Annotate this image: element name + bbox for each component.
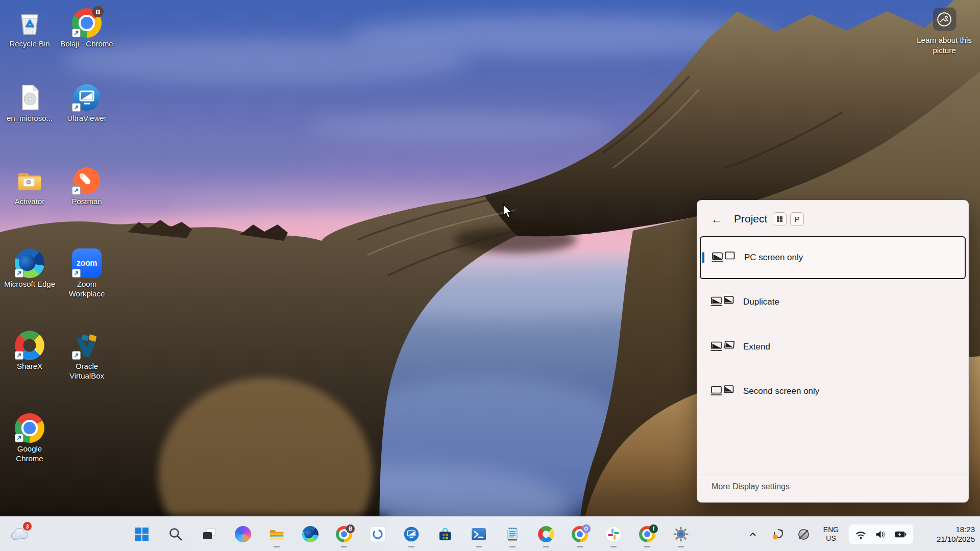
profile-badge: f xyxy=(649,524,658,533)
desktop-icon-label: en_microso... xyxy=(3,114,56,123)
search-icon xyxy=(167,526,184,542)
notepad-icon xyxy=(504,526,521,542)
desktop-icon-recycle-bin[interactable]: Recycle Bin xyxy=(3,8,56,49)
taskbar-weather-widget[interactable]: 3 xyxy=(8,524,33,544)
more-display-settings-link[interactable]: More Display settings xyxy=(712,482,790,491)
sync-icon xyxy=(772,528,785,541)
desktop-icon-oracle-virtualbox[interactable]: Oracle VirtualBox xyxy=(60,331,113,381)
option-label: Duplicate xyxy=(743,297,779,307)
recycle-bin-icon xyxy=(15,8,44,38)
settings-gear-icon xyxy=(673,526,689,542)
desktop-icon-label: Oracle VirtualBox xyxy=(60,362,113,381)
taskbar-item-chrome-profile-f[interactable]: f xyxy=(636,524,658,544)
virtualbox-icon xyxy=(72,331,102,360)
desktop-icon-label: Bolaji - Chrome xyxy=(60,39,113,49)
language-code: ENG xyxy=(823,525,839,535)
mouse-cursor xyxy=(502,204,514,219)
project-flyout-panel: ← Project P PC screen only xyxy=(697,200,969,503)
desktop-icon-ultraviewer[interactable]: UltraViewer xyxy=(60,83,113,123)
project-option-pc-screen-only[interactable]: PC screen only xyxy=(700,236,966,279)
desktop-icon-label: Activator xyxy=(3,197,56,207)
tray-hidden-icons-chevron[interactable] xyxy=(745,524,761,544)
chrome-icon xyxy=(15,413,44,443)
slack-icon xyxy=(605,526,622,542)
taskbar-item-chrome-bolaji[interactable]: B xyxy=(333,524,355,544)
taskbar-item-notepad[interactable] xyxy=(501,524,524,544)
tray-date: 21/10/2025 xyxy=(937,534,975,544)
taskbar-item-copilot[interactable] xyxy=(232,524,254,544)
taskbar-item-ultraviewer[interactable] xyxy=(400,524,423,544)
taskbar-item-file-explorer[interactable] xyxy=(265,524,288,544)
taskbar-item-edge[interactable] xyxy=(299,524,322,544)
shortcut-arrow-icon xyxy=(15,434,23,442)
running-indicator xyxy=(678,546,684,548)
tray-offline-status[interactable] xyxy=(794,524,813,544)
tray-system-icons[interactable] xyxy=(848,524,914,544)
option-label: Extend xyxy=(743,342,770,352)
taskbar-item-sharex[interactable] xyxy=(535,524,557,544)
back-arrow-icon[interactable]: ← xyxy=(708,212,725,227)
running-indicator xyxy=(341,546,347,548)
taskbar-item-slack[interactable] xyxy=(602,524,625,544)
profile-badge: O xyxy=(582,524,591,533)
shortcut-arrow-icon xyxy=(72,351,81,360)
weather-notification-badge: 3 xyxy=(23,522,32,531)
postman-icon xyxy=(72,166,102,195)
running-indicator xyxy=(644,546,650,548)
taskbar-item-chrome-profile-o[interactable]: O xyxy=(569,524,591,544)
profile-badge: B xyxy=(346,524,355,533)
desktop-icon-label: Microsoft Edge xyxy=(3,280,56,289)
edge-icon xyxy=(302,526,318,542)
project-option-second-screen-only[interactable]: Second screen only xyxy=(700,370,966,413)
taskbar-item-microsoft-store[interactable] xyxy=(434,524,456,544)
running-indicator xyxy=(274,546,280,548)
language-region: US xyxy=(826,534,836,543)
learn-about-picture[interactable]: Learn about this picture xyxy=(913,7,976,55)
p-key-badge: P xyxy=(790,212,804,226)
option-label: PC screen only xyxy=(744,253,803,263)
desktop-icon-label: Postman xyxy=(60,197,113,207)
tray-language-switcher[interactable]: ENG US xyxy=(818,524,844,544)
folder-icon xyxy=(15,166,44,195)
desktop-icon-google-chrome[interactable]: Google Chrome xyxy=(3,413,56,464)
duplicate-icon xyxy=(710,295,735,309)
sync-app-icon xyxy=(370,526,386,542)
tray-clock[interactable]: 18:23 21/10/2025 xyxy=(918,524,975,544)
file-explorer-icon xyxy=(268,526,285,542)
taskbar-item-task-view[interactable] xyxy=(198,524,220,544)
edge-icon xyxy=(15,248,44,278)
ultraviewer-icon xyxy=(72,83,102,112)
shortcut-arrow-icon xyxy=(72,103,81,112)
taskbar-item-settings[interactable] xyxy=(670,524,692,544)
picture-info-icon[interactable] xyxy=(933,7,957,31)
tray-time: 18:23 xyxy=(955,524,975,535)
shortcut-arrow-icon xyxy=(15,269,23,278)
wifi-icon xyxy=(855,529,867,540)
taskbar-item-powershell[interactable] xyxy=(468,524,490,544)
tray-sync-status[interactable] xyxy=(770,524,787,544)
project-option-duplicate[interactable]: Duplicate xyxy=(700,281,966,323)
disc-file-icon xyxy=(15,83,44,112)
extend-icon xyxy=(710,340,735,354)
offline-slash-icon xyxy=(797,528,811,541)
desktop-icon-microsoft-edge[interactable]: Microsoft Edge xyxy=(3,248,56,289)
desktop-icon-label: UltraViewer xyxy=(60,114,113,123)
taskbar: 3 xyxy=(0,516,980,551)
desktop-icon-sharex[interactable]: ShareX xyxy=(3,331,56,371)
project-option-extend[interactable]: Extend xyxy=(700,325,966,368)
desktop-icon-en-microso[interactable]: en_microso... xyxy=(3,83,56,123)
desktop-icon-postman[interactable]: Postman xyxy=(60,166,113,207)
desktop-icon-zoom-workplace[interactable]: zoom Zoom Workplace xyxy=(60,248,113,299)
taskbar-item-search[interactable] xyxy=(164,524,187,544)
taskbar-item-sync-app[interactable] xyxy=(366,524,389,544)
taskbar-item-start[interactable] xyxy=(131,524,153,544)
battery-charging-icon xyxy=(894,530,907,539)
copilot-icon xyxy=(235,526,251,542)
option-label: Second screen only xyxy=(743,386,819,396)
zoom-wordmark: zoom xyxy=(77,259,97,268)
desktop-icon-label: Google Chrome xyxy=(3,444,56,464)
desktop-icon-activator[interactable]: Activator xyxy=(3,166,56,207)
running-indicator xyxy=(476,546,482,548)
second-screen-only-icon xyxy=(710,385,735,398)
desktop-icon-bolaji-chrome[interactable]: B Bolaji - Chrome xyxy=(60,8,113,49)
